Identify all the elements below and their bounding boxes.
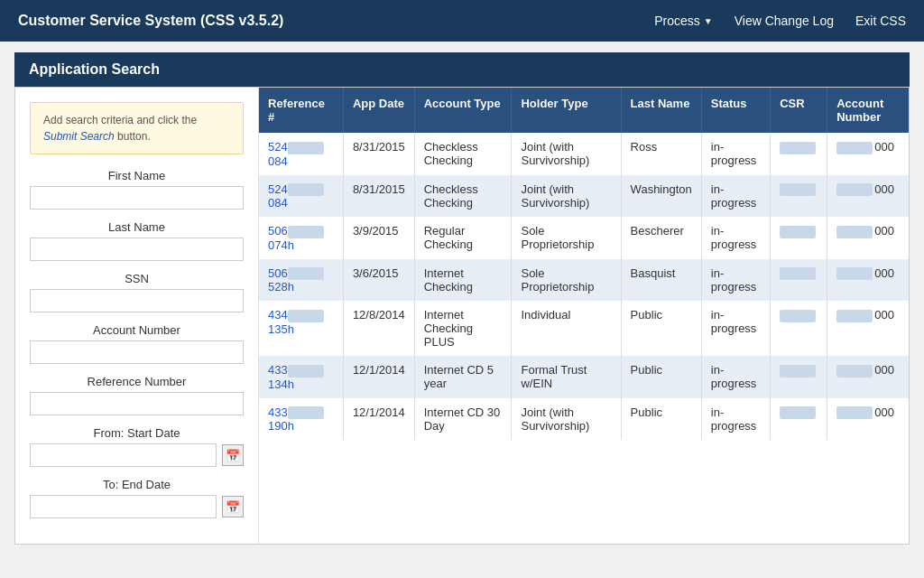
table-row[interactable]: 506528h3/6/2015Internet CheckingSole Pro… — [259, 259, 909, 302]
cell-last-name: Public — [621, 301, 701, 356]
reference-link[interactable]: 433190h — [268, 406, 326, 434]
cell-reference: 434135h — [259, 301, 343, 356]
cell-app-date: 8/31/2015 — [343, 133, 414, 175]
cell-holder-type: Joint (with Survivorship) — [512, 175, 621, 218]
cell-account-type: Regular Checking — [414, 217, 512, 259]
table-row[interactable]: 433134h12/1/2014Internet CD 5 yearFormal… — [259, 356, 909, 398]
cell-reference: 524084 — [259, 175, 343, 218]
cell-csr — [771, 259, 827, 302]
col-csr: CSR — [771, 88, 827, 133]
hint-text2: button. — [115, 130, 151, 143]
cell-reference: 433190h — [259, 398, 343, 441]
table-header-row: Reference # App Date Account Type Holder… — [259, 88, 909, 133]
cell-account-type: Internet Checking PLUS — [414, 301, 512, 356]
cell-holder-type: Joint (with Survivorship) — [512, 133, 621, 175]
exit-css-link[interactable]: Exit CSS — [855, 14, 906, 28]
cell-last-name: Basquist — [621, 259, 701, 302]
cell-app-date: 3/6/2015 — [343, 259, 414, 302]
first-name-group: First Name — [30, 169, 244, 210]
from-start-date-calendar-button[interactable]: 📅 — [222, 444, 244, 466]
cell-account-number: 000 — [827, 175, 909, 218]
cell-status: in-progress — [701, 175, 770, 218]
cell-status: in-progress — [701, 259, 770, 302]
right-panel: Reference # App Date Account Type Holder… — [259, 88, 909, 544]
hint-italic: Submit Search — [43, 130, 115, 143]
cell-csr — [771, 398, 827, 441]
cell-last-name: Washington — [621, 175, 701, 218]
cell-holder-type: Sole Proprietorship — [512, 259, 621, 302]
reference-link[interactable]: 506528h — [268, 266, 326, 294]
from-start-date-label: From: Start Date — [30, 426, 244, 440]
cell-holder-type: Joint (with Survivorship) — [512, 398, 621, 441]
reference-number-input[interactable] — [30, 392, 244, 415]
cell-status: in-progress — [701, 217, 770, 259]
ssn-input[interactable] — [30, 289, 244, 312]
cell-last-name: Ross — [621, 133, 701, 175]
cell-csr — [771, 133, 827, 175]
cell-last-name: Bescherer — [621, 217, 701, 259]
cell-csr — [771, 217, 827, 259]
table-row[interactable]: 434135h12/8/2014Internet Checking PLUSIn… — [259, 301, 909, 356]
table-row[interactable]: 5240848/31/2015Checkless CheckingJoint (… — [259, 175, 909, 218]
cell-csr — [771, 356, 827, 398]
reference-link[interactable]: 524084 — [268, 140, 326, 168]
first-name-input[interactable] — [30, 186, 244, 210]
cell-reference: 433134h — [259, 356, 343, 398]
hint-box: Add search criteria and click the Submit… — [30, 102, 244, 154]
cell-status: in-progress — [701, 398, 770, 441]
reference-number-group: Reference Number — [30, 375, 244, 415]
process-button[interactable]: Process — [654, 14, 712, 28]
col-holder-type: Holder Type — [512, 88, 621, 133]
col-reference: Reference # — [259, 88, 343, 133]
to-end-date-label: To: End Date — [30, 478, 244, 491]
table-row[interactable]: 506074h3/9/2015Regular CheckingSole Prop… — [259, 217, 909, 259]
last-name-group: Last Name — [30, 220, 244, 261]
top-nav: Customer Service System (CSS v3.5.2) Pro… — [0, 0, 924, 42]
cell-account-type: Checkless Checking — [414, 175, 512, 218]
cell-account-type: Checkless Checking — [414, 133, 512, 175]
col-account-type: Account Type — [414, 88, 512, 133]
reference-link[interactable]: 506074h — [268, 224, 326, 252]
ssn-label: SSN — [30, 272, 244, 285]
reference-link[interactable]: 433134h — [268, 363, 326, 391]
account-number-label: Account Number — [30, 323, 244, 337]
cell-csr — [771, 301, 827, 356]
cell-account-type: Internet CD 5 year — [414, 356, 512, 398]
reference-link[interactable]: 524084 — [268, 182, 326, 210]
account-number-group: Account Number — [30, 323, 244, 364]
cell-account-number: 000 — [827, 356, 909, 398]
cell-holder-type: Sole Proprietorship — [512, 217, 621, 259]
col-app-date: App Date — [343, 88, 414, 133]
cell-account-number: 000 — [827, 259, 909, 302]
cell-app-date: 12/8/2014 — [343, 301, 414, 356]
table-row[interactable]: 5240848/31/2015Checkless CheckingJoint (… — [259, 133, 909, 175]
left-panel: Add search criteria and click the Submit… — [15, 88, 259, 544]
to-end-date-row: 📅 — [30, 495, 244, 518]
col-status: Status — [701, 88, 770, 133]
app-title: Customer Service System (CSS v3.5.2) — [18, 13, 654, 29]
to-end-date-calendar-button[interactable]: 📅 — [222, 496, 244, 517]
cell-app-date: 12/1/2014 — [343, 398, 414, 441]
nav-links: Process View Change Log Exit CSS — [654, 14, 906, 28]
account-number-input[interactable] — [30, 340, 244, 364]
cell-csr — [771, 175, 827, 218]
cell-reference: 506074h — [259, 217, 343, 259]
from-start-date-group: From: Start Date 📅 — [30, 426, 244, 467]
cell-holder-type: Formal Trust w/EIN — [512, 356, 621, 398]
to-end-date-input[interactable] — [30, 495, 217, 518]
reference-link[interactable]: 434135h — [268, 308, 326, 336]
page-container: Application Search Add search criteria a… — [0, 42, 924, 555]
cell-account-number: 000 — [827, 301, 909, 356]
cell-app-date: 12/1/2014 — [343, 356, 414, 398]
cell-reference: 506528h — [259, 259, 343, 302]
cell-last-name: Public — [621, 398, 701, 441]
section-title: Application Search — [29, 61, 160, 77]
cell-holder-type: Individual — [512, 301, 621, 356]
from-start-date-input[interactable] — [30, 443, 217, 467]
last-name-input[interactable] — [30, 238, 244, 261]
cell-last-name: Public — [621, 356, 701, 398]
table-row[interactable]: 433190h12/1/2014Internet CD 30 DayJoint … — [259, 398, 909, 441]
view-change-log-link[interactable]: View Change Log — [735, 14, 834, 28]
cell-account-number: 000 — [827, 133, 909, 175]
ssn-group: SSN — [30, 272, 244, 312]
